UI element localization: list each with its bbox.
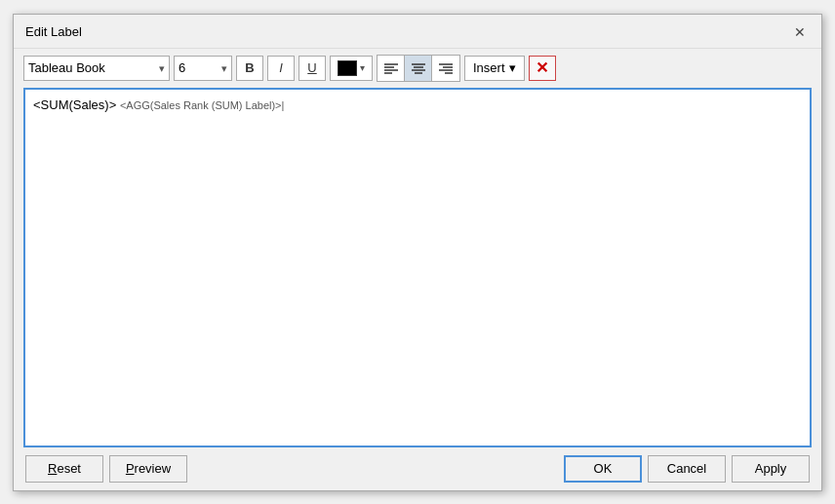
apply-button[interactable]: Apply bbox=[732, 455, 810, 483]
bottom-left-buttons: Reset Preview bbox=[25, 455, 187, 483]
bottom-right-buttons: OK Cancel Apply bbox=[564, 455, 810, 483]
label-editor[interactable]: <SUM(Sales)> <AGG(Sales Rank (SUM) Label… bbox=[23, 88, 812, 447]
italic-button[interactable]: I bbox=[267, 56, 295, 81]
preview-label: Preview bbox=[126, 461, 171, 476]
align-left-icon bbox=[384, 62, 398, 74]
clear-icon: ✕ bbox=[536, 58, 548, 77]
dialog-title: Edit Label bbox=[25, 24, 82, 39]
insert-dropdown-icon: ▾ bbox=[509, 60, 516, 75]
align-right-button[interactable] bbox=[432, 56, 459, 81]
title-bar: Edit Label ✕ bbox=[14, 15, 821, 49]
preview-button[interactable]: Preview bbox=[109, 455, 187, 483]
font-family-wrapper: Tableau Book Arial Calibri Times New Rom… bbox=[23, 56, 170, 81]
clear-button[interactable]: ✕ bbox=[529, 56, 556, 81]
alignment-group bbox=[377, 55, 460, 82]
align-left-button[interactable] bbox=[378, 56, 405, 81]
bottom-bar: Reset Preview OK Cancel Apply bbox=[14, 447, 821, 490]
toolbar: Tableau Book Arial Calibri Times New Rom… bbox=[14, 49, 821, 88]
color-button[interactable]: ▾ bbox=[330, 56, 373, 81]
font-size-select[interactable]: 6 8 9 10 12 14 bbox=[174, 56, 232, 81]
editor-content: <SUM(Sales)> <AGG(Sales Rank (SUM) Label… bbox=[33, 97, 802, 112]
color-swatch bbox=[338, 60, 357, 76]
edit-label-dialog: Edit Label ✕ Tableau Book Arial Calibri … bbox=[13, 14, 822, 491]
font-family-select[interactable]: Tableau Book Arial Calibri Times New Rom… bbox=[23, 56, 170, 81]
close-button[interactable]: ✕ bbox=[790, 22, 810, 42]
ok-button[interactable]: OK bbox=[564, 455, 642, 483]
insert-label: Insert bbox=[473, 60, 505, 75]
cancel-button[interactable]: Cancel bbox=[648, 455, 726, 483]
font-size-wrapper: 6 8 9 10 12 14 bbox=[174, 56, 232, 81]
content-sum-sales: <SUM(Sales)> bbox=[33, 97, 116, 112]
underline-button[interactable]: U bbox=[298, 56, 326, 81]
color-dropdown-arrow-icon: ▾ bbox=[360, 62, 365, 73]
reset-label: Reset bbox=[48, 461, 81, 476]
align-center-button[interactable] bbox=[405, 56, 432, 81]
bold-button[interactable]: B bbox=[236, 56, 263, 81]
align-center-icon bbox=[412, 62, 425, 74]
insert-button[interactable]: Insert ▾ bbox=[464, 56, 525, 81]
reset-button[interactable]: Reset bbox=[25, 455, 103, 483]
align-right-icon bbox=[439, 62, 453, 74]
content-agg-label: <AGG(Sales Rank (SUM) Label)>| bbox=[120, 99, 285, 111]
